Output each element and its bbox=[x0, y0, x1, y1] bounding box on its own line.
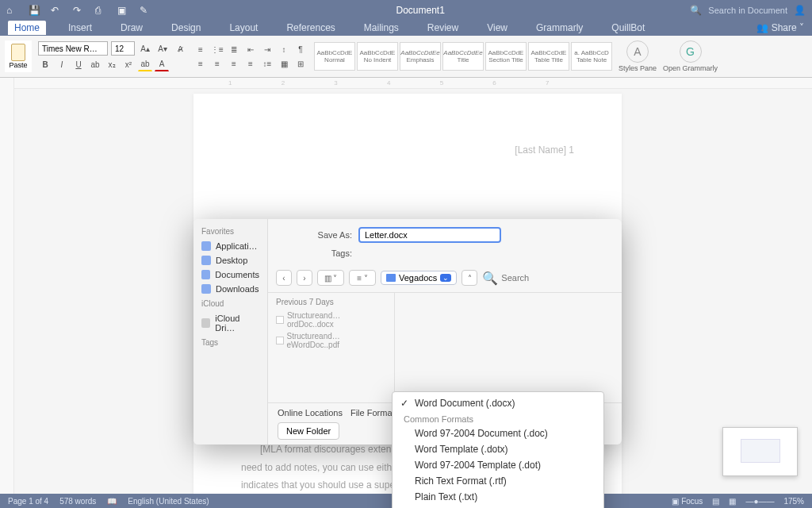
align-left-icon[interactable]: ≡ bbox=[193, 56, 208, 71]
styles-gallery[interactable]: AaBbCcDdENormal AaBbCcDdENo Indent AaBbC… bbox=[314, 42, 612, 71]
language-indicator[interactable]: English (United States) bbox=[128, 497, 209, 506]
style-tablenote[interactable]: a. AaBbCcDTable Note bbox=[571, 42, 612, 71]
decrease-font-icon[interactable]: A▾ bbox=[155, 41, 170, 56]
page-indicator[interactable]: Page 1 of 4 bbox=[8, 497, 48, 506]
sidebar-item-documents[interactable]: Documents bbox=[193, 267, 267, 282]
tab-layout[interactable]: Layout bbox=[223, 21, 264, 35]
outdent-icon[interactable]: ⇤ bbox=[243, 42, 258, 56]
online-locations-button[interactable]: Online Locations bbox=[278, 408, 343, 418]
style-emphasis[interactable]: AaBbCcDdEeEmphasis bbox=[400, 42, 441, 71]
format-option-doc[interactable]: Word 97-2004 Document (.doc) bbox=[393, 425, 603, 441]
tab-quillbot[interactable]: QuillBot bbox=[605, 21, 651, 35]
increase-font-icon[interactable]: A▴ bbox=[138, 41, 152, 56]
search-icon[interactable]: 🔍 bbox=[690, 5, 702, 16]
redo-icon[interactable]: ↷ bbox=[73, 5, 84, 16]
spell-check-icon[interactable]: 📖 bbox=[107, 497, 117, 506]
tab-references[interactable]: References bbox=[280, 21, 341, 35]
underline-icon[interactable]: U bbox=[71, 57, 86, 71]
tab-home[interactable]: Home bbox=[8, 21, 46, 35]
format-option-txt[interactable]: Plain Text (.txt) bbox=[393, 489, 603, 505]
tab-review[interactable]: Review bbox=[421, 21, 465, 35]
view-columns-button[interactable]: ▥ ˅ bbox=[317, 270, 344, 286]
tab-insert[interactable]: Insert bbox=[62, 21, 98, 35]
back-button[interactable]: ‹ bbox=[276, 270, 292, 286]
superscript-icon[interactable]: x² bbox=[121, 57, 136, 71]
undo-icon[interactable]: ↶ bbox=[51, 5, 62, 16]
tab-draw[interactable]: Draw bbox=[114, 21, 149, 35]
multilevel-icon[interactable]: ≣ bbox=[227, 42, 241, 56]
style-tabletitle[interactable]: AaBbCcDdETable Title bbox=[528, 42, 569, 71]
format-option-dot[interactable]: Word 97-2004 Template (.dot) bbox=[393, 457, 603, 473]
preview-thumbnail[interactable] bbox=[722, 427, 798, 476]
borders-icon[interactable]: ⊞ bbox=[293, 56, 308, 71]
saveas-input[interactable] bbox=[358, 227, 501, 243]
view-group-button[interactable]: ≡ ˅ bbox=[349, 270, 376, 286]
style-normal[interactable]: AaBbCcDdENormal bbox=[314, 42, 355, 71]
strike-icon[interactable]: ab bbox=[88, 57, 102, 71]
align-right-icon[interactable]: ≡ bbox=[227, 56, 241, 71]
new-folder-button[interactable]: New Folder bbox=[278, 422, 339, 440]
line-spacing-icon[interactable]: ↕≡ bbox=[260, 56, 274, 71]
tab-design[interactable]: Design bbox=[165, 21, 207, 35]
style-noindent[interactable]: AaBbCcDdENo Indent bbox=[357, 42, 398, 71]
dialog-search-input[interactable] bbox=[501, 273, 611, 283]
styles-pane-button[interactable]: A Styles Pane bbox=[619, 40, 657, 72]
view-web-icon[interactable]: ▦ bbox=[729, 497, 736, 506]
view-print-icon[interactable]: ▤ bbox=[712, 497, 719, 506]
documents-icon bbox=[201, 270, 210, 279]
tab-grammarly[interactable]: Grammarly bbox=[530, 21, 589, 35]
share-button[interactable]: 👥 Share ˅ bbox=[756, 22, 804, 33]
format-option-rtf[interactable]: Rich Text Format (.rtf) bbox=[393, 473, 603, 489]
bullets-icon[interactable]: ≡ bbox=[193, 42, 208, 56]
pilcrow-icon[interactable]: ¶ bbox=[293, 42, 308, 56]
sidebar-item-downloads[interactable]: Downloads bbox=[193, 282, 267, 296]
zoom-level[interactable]: 175% bbox=[783, 497, 804, 506]
show-icon[interactable]: ▣ bbox=[117, 5, 128, 16]
paste-button[interactable]: Paste bbox=[5, 40, 32, 72]
italic-icon[interactable]: I bbox=[55, 57, 69, 71]
tab-view[interactable]: View bbox=[481, 21, 514, 35]
sort-icon[interactable]: ↕ bbox=[277, 42, 291, 56]
subscript-icon[interactable]: x₂ bbox=[105, 57, 119, 71]
align-center-icon[interactable]: ≡ bbox=[210, 56, 224, 71]
indent-icon[interactable]: ⇥ bbox=[260, 42, 274, 56]
folder-select[interactable]: Vegadocs ⌄ bbox=[381, 271, 457, 285]
save-icon[interactable]: 💾 bbox=[29, 5, 40, 16]
format-option-htm[interactable]: Web Page (.htm) bbox=[393, 505, 603, 508]
numbering-icon[interactable]: ⋮≡ bbox=[210, 42, 224, 56]
style-section[interactable]: AaBbCcDdESection Title bbox=[485, 42, 527, 71]
justify-icon[interactable]: ≡ bbox=[243, 56, 258, 71]
format-option-dotx[interactable]: Word Template (.dotx) bbox=[393, 441, 603, 457]
styles-pane-icon: A bbox=[626, 40, 649, 63]
shading-icon[interactable]: ▦ bbox=[277, 56, 291, 71]
highlight-icon[interactable]: ab bbox=[138, 57, 152, 71]
touch-icon[interactable]: ✎ bbox=[140, 5, 151, 16]
font-size-select[interactable]: 12 bbox=[111, 41, 135, 56]
font-color-icon[interactable]: A bbox=[155, 57, 169, 71]
file-item[interactable]: Structureand…ordDoc..docx bbox=[276, 310, 386, 330]
format-option-docx[interactable]: Word Document (.docx) bbox=[393, 395, 603, 411]
zoom-slider[interactable]: —●—— bbox=[745, 497, 774, 506]
tags-label: Tags: bbox=[281, 248, 352, 258]
clear-format-icon[interactable]: A̷ bbox=[173, 41, 187, 56]
previous-header: Previous 7 Days bbox=[276, 298, 386, 306]
home-icon[interactable]: ⌂ bbox=[6, 5, 17, 16]
font-name-select[interactable]: Times New R… bbox=[38, 41, 108, 56]
open-grammarly-button[interactable]: G Open Grammarly bbox=[663, 40, 718, 72]
sidebar-item-desktop[interactable]: Desktop bbox=[193, 253, 267, 267]
tab-mailings[interactable]: Mailings bbox=[358, 21, 405, 35]
collapse-button[interactable]: ˄ bbox=[462, 270, 477, 286]
file-item[interactable]: Structureand…eWordDoc..pdf bbox=[276, 330, 386, 351]
word-count[interactable]: 578 words bbox=[59, 497, 96, 506]
focus-mode-button[interactable]: ▣ Focus bbox=[672, 497, 703, 506]
user-icon[interactable]: 👤 bbox=[794, 5, 806, 16]
document-area: 1 2 3 4 5 6 7 [Last Name] 1 [All text—in… bbox=[0, 78, 812, 508]
sidebar-item-applications[interactable]: Applicati… bbox=[193, 239, 267, 253]
style-title[interactable]: AaBbCcDdEeTitle bbox=[442, 42, 484, 71]
search-placeholder[interactable]: Search in Document bbox=[708, 6, 787, 15]
print-icon[interactable]: ⎙ bbox=[95, 5, 106, 16]
forward-button[interactable]: › bbox=[297, 270, 312, 286]
sidebar-item-icloud[interactable]: iCloud Dri… bbox=[193, 311, 267, 335]
bold-icon[interactable]: B bbox=[38, 57, 52, 71]
tags-input[interactable] bbox=[358, 246, 501, 260]
